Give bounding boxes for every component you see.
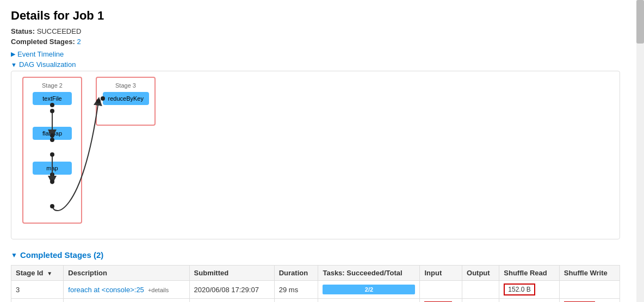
cell-description: foreach at <console>:25 +details bbox=[64, 281, 189, 299]
completed-stages-count-line: Completed Stages: 2 bbox=[11, 38, 620, 46]
status-line: Status: SUCCEEDED bbox=[11, 27, 620, 35]
table-row: 3foreach at <console>:25 +details2020/06… bbox=[11, 281, 620, 299]
col-tasks[interactable]: Tasks: Succeeded/Total bbox=[318, 266, 420, 281]
col-input[interactable]: Input bbox=[420, 266, 462, 281]
cell-shuffle-read: 152.0 B bbox=[499, 281, 560, 299]
stages-table: Stage Id ▼ Description Submitted Duratio… bbox=[11, 265, 620, 302]
cell-submitted: 2020/06/08 17:29:07 bbox=[189, 281, 274, 299]
dag-label: DAG Visualization bbox=[19, 60, 76, 69]
completed-stages-count-link[interactable]: 2 bbox=[77, 38, 81, 46]
table-header-row: Stage Id ▼ Description Submitted Duratio… bbox=[11, 266, 620, 281]
event-timeline-header[interactable]: ▶ Event Timeline bbox=[11, 50, 620, 58]
completed-stages-section-arrow: ▼ bbox=[11, 251, 17, 259]
cell-duration: 71 ms bbox=[274, 299, 318, 303]
completed-stages-section-label: Completed Stages (2) bbox=[20, 250, 103, 260]
dag-stage3-box: Stage 3 reduceByKey bbox=[96, 77, 156, 126]
cell-description: map at <console>:25 +details bbox=[64, 299, 189, 303]
cell-output bbox=[462, 281, 499, 299]
cell-tasks: 2/2 bbox=[318, 281, 420, 299]
cell-duration: 29 ms bbox=[274, 281, 318, 299]
shuffle-read-badge: 152.0 B bbox=[504, 283, 535, 295]
table-row: 2map at <console>:25 +details2020/06/08 … bbox=[11, 299, 620, 303]
page-title: Details for Job 1 bbox=[11, 9, 620, 23]
status-label: Status: bbox=[11, 27, 35, 35]
col-submitted[interactable]: Submitted bbox=[189, 266, 274, 281]
cell-shuffle-read bbox=[499, 299, 560, 303]
cell-shuffle-write bbox=[559, 281, 620, 299]
dag-node-textfile[interactable]: textFile bbox=[33, 92, 72, 105]
col-duration[interactable]: Duration bbox=[274, 266, 318, 281]
cell-shuffle-write: 152.0 B bbox=[559, 299, 620, 303]
col-shuffle-write[interactable]: Shuffle Write bbox=[559, 266, 620, 281]
cell-stage-id: 2 bbox=[11, 299, 64, 303]
cell-input: 53.0 B bbox=[420, 299, 462, 303]
dag-node-flatmap[interactable]: flatMap bbox=[33, 127, 72, 140]
status-value: SUCCEEDED bbox=[37, 27, 82, 35]
event-timeline-label: Event Timeline bbox=[17, 50, 64, 58]
description-link[interactable]: foreach at <console>:25 bbox=[68, 286, 144, 294]
tasks-progress-bar: 2/2 bbox=[323, 285, 415, 294]
dag-stage3-label: Stage 3 bbox=[101, 82, 150, 89]
dag-stage2-box: Stage 2 textFile flatMap map bbox=[22, 77, 82, 224]
col-stage-id[interactable]: Stage Id ▼ bbox=[11, 266, 64, 281]
col-shuffle-read[interactable]: Shuffle Read bbox=[499, 266, 560, 281]
dag-container: Stage 2 textFile flatMap map bbox=[11, 71, 620, 239]
col-output[interactable]: Output bbox=[462, 266, 499, 281]
cell-stage-id: 3 bbox=[11, 281, 64, 299]
dag-node-reducebykey[interactable]: reduceByKey bbox=[103, 92, 149, 105]
col-description[interactable]: Description bbox=[64, 266, 189, 281]
cell-input bbox=[420, 281, 462, 299]
cell-submitted: 2020/06/08 17:29:07 bbox=[189, 299, 274, 303]
event-timeline-arrow: ▶ bbox=[11, 51, 15, 58]
cell-output bbox=[462, 299, 499, 303]
dag-arrow: ▼ bbox=[11, 61, 17, 68]
completed-stages-label: Completed Stages: bbox=[11, 38, 75, 46]
dag-node-map[interactable]: map bbox=[33, 162, 72, 175]
completed-stages-section-header[interactable]: ▼ Completed Stages (2) bbox=[11, 250, 620, 260]
dag-stage2-label: Stage 2 bbox=[28, 82, 77, 89]
dag-visualization-header[interactable]: ▼ DAG Visualization bbox=[11, 60, 620, 69]
details-link[interactable]: +details bbox=[146, 287, 169, 293]
cell-tasks: 2/2 bbox=[318, 299, 420, 303]
